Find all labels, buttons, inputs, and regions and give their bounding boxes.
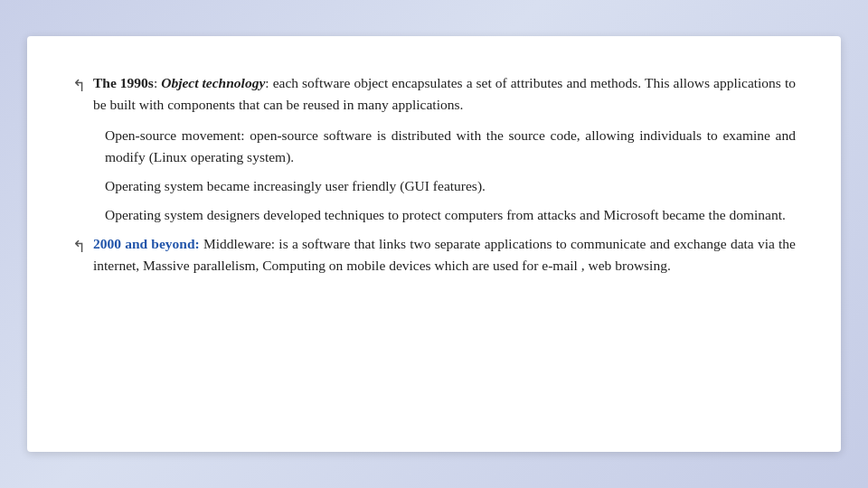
sub-bullet-gui: Operating system became increasingly use… [105, 175, 796, 197]
label-1990s-colon: : [154, 75, 161, 90]
bullet-icon-2: ↰ [72, 235, 86, 258]
bullet-2000-content: 2000 and beyond: Middleware: is a softwa… [93, 233, 796, 277]
sub-bullets-1990s: Open-source movement: open-source softwa… [105, 125, 796, 226]
term-opensource: Open-source movement [105, 127, 241, 143]
slide-container: ↰ The 1990s: Object technology: each sof… [27, 36, 841, 452]
bullet-1990s: ↰ The 1990s: Object technology: each sof… [72, 72, 796, 116]
bullet-2000: ↰ 2000 and beyond: Middleware: is a soft… [72, 233, 796, 277]
sub-bullet-opensource: Open-source movement: open-source softwa… [105, 125, 796, 168]
label-object-tech: Object technology [161, 75, 265, 90]
bullet-1990s-content: The 1990s: Object technology: each softw… [93, 72, 796, 116]
bullet-icon-1: ↰ [72, 74, 86, 98]
sub-bullet-attacks: Operating system designers developed tec… [105, 204, 796, 226]
label-1990s: The 1990s [93, 75, 154, 90]
text-attacks: Operating system designers developed tec… [105, 207, 786, 222]
text-gui: Operating system became increasingly use… [105, 178, 486, 193]
label-2000: 2000 and beyond: [93, 236, 200, 251]
